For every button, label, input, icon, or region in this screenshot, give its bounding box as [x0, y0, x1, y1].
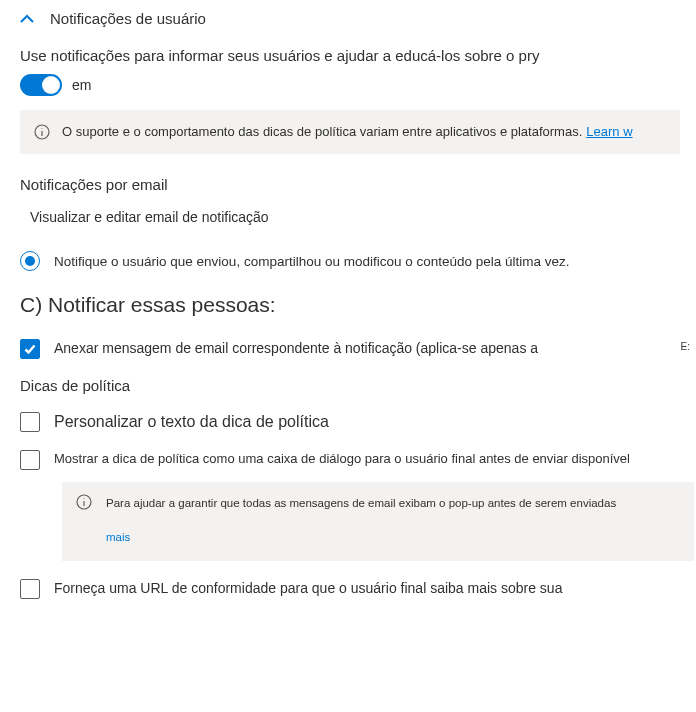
dialog-tip-label: Mostrar a dica de política como uma caix…: [54, 450, 630, 466]
info-icon: [76, 494, 92, 510]
info-icon: [34, 124, 50, 140]
toggle-state-label: em: [72, 77, 91, 93]
email-notifications-heading: Notificações por email: [20, 176, 696, 193]
notifications-toggle[interactable]: [20, 74, 62, 96]
notify-sender-label: Notifique o usuário que enviou, comparti…: [54, 254, 570, 269]
svg-point-2: [42, 128, 43, 129]
popup-banner-text: Para ajudar a garantir que todas as mens…: [106, 497, 616, 509]
customize-tip-checkbox[interactable]: [20, 412, 40, 432]
notify-sender-radio[interactable]: [20, 251, 40, 271]
svg-point-5: [84, 498, 85, 499]
side-letter: E:: [681, 341, 690, 352]
compliance-url-checkbox[interactable]: [20, 579, 40, 599]
popup-help-banner: Para ajudar a garantir que todas as mens…: [62, 482, 694, 561]
dialog-tip-checkbox[interactable]: [20, 450, 40, 470]
learn-more-link[interactable]: Learn w: [586, 124, 632, 139]
customize-tip-label: Personalizar o texto da dica de política: [54, 412, 329, 431]
chevron-up-icon[interactable]: [20, 12, 34, 26]
policy-tip-support-banner: O suporte e o comportamento das dicas de…: [20, 110, 680, 154]
section-description: Use notificações para informar seus usuá…: [20, 47, 696, 64]
attach-email-checkbox[interactable]: [20, 339, 40, 359]
notify-people-heading: C) Notificar essas pessoas:: [20, 293, 696, 317]
banner-text: O suporte e o comportamento das dicas de…: [62, 124, 582, 139]
policy-tips-heading: Dicas de política: [20, 377, 696, 394]
compliance-url-label: Forneça uma URL de conformidade para que…: [54, 579, 562, 596]
view-edit-email-link[interactable]: Visualizar e editar email de notificação: [30, 209, 696, 225]
section-title: Notificações de usuário: [50, 10, 206, 27]
attach-email-label: Anexar mensagem de email correspondente …: [54, 339, 538, 356]
more-link[interactable]: mais: [106, 528, 616, 546]
